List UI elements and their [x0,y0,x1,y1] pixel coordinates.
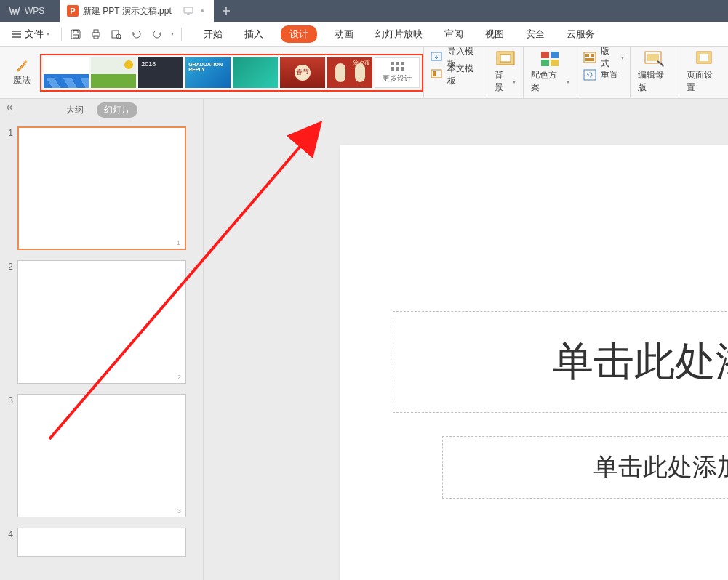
layout-button[interactable]: 版式 ▾ [583,49,624,65]
thisdoc-template-button[interactable]: 本文模板 [430,67,481,83]
slide-panel-header: 大纲 幻灯片 [0,99,203,121]
template-3-year: 2018 [141,60,156,68]
collapse-panel-button[interactable] [6,103,15,114]
svg-rect-16 [541,60,549,66]
reset-icon [583,69,596,81]
edit-master-icon [644,51,665,67]
app-logo-cell[interactable]: WPS [0,0,60,22]
new-tab-button[interactable] [214,0,239,22]
print-preview-button[interactable] [110,28,123,41]
slide-canvas[interactable]: 单击此处添 单击此处添加 [204,99,728,580]
thumbnail-row: 4 [6,528,196,557]
reset-button[interactable]: 重置 [583,67,624,83]
separator [61,28,62,41]
presentation-icon: P [67,5,79,17]
print-icon [90,28,102,40]
color-scheme-button[interactable]: 配色方案▾ [523,47,576,98]
menu-bar: 文件 ▾ ▾ 开始 插入 设计 动画 幻灯片放映 审阅 视图 安全 云服务 [0,22,728,47]
print-button[interactable] [89,28,103,41]
tab-design[interactable]: 设计 [281,25,317,43]
template-group: 导入模板 本文模板 [423,47,487,98]
background-button[interactable]: 背景▾ [487,47,523,98]
template-thumb-5[interactable] [233,57,278,88]
thumbnail-3[interactable]: 3 [17,394,186,517]
tab-animation[interactable]: 动画 [330,25,358,44]
edit-master-button[interactable]: 编辑母版 [630,47,679,98]
svg-rect-26 [700,54,708,61]
color-scheme-label: 配色方案 [531,69,564,94]
thumb-page-label: 3 [177,507,181,515]
thumbnail-row: 1 1 [6,126,196,250]
ribbon-right-groups: 导入模板 本文模板 背景▾ 配色方案▾ 版式 ▾ 重置 [423,47,728,98]
thisdoc-template-label: 本文模板 [447,63,481,87]
template-thumb-3[interactable]: 2018 [138,57,183,88]
thumbnail-number: 4 [6,528,13,539]
tab-review[interactable]: 审阅 [440,25,468,44]
slides-tab[interactable]: 幻灯片 [97,102,137,118]
presentation-mode-icon[interactable] [183,7,193,15]
app-name: WPS [25,6,44,16]
background-icon [496,51,515,67]
magic-wand-icon [15,58,29,73]
chevron-down-icon: ▾ [513,78,516,85]
grid-icon [391,62,404,71]
thumbnail-4[interactable] [17,528,186,557]
separator [181,28,182,41]
current-slide[interactable]: 单击此处添 单击此处添加 [340,145,728,580]
wps-logo-icon [9,5,20,17]
template-thumb-6[interactable]: 春节 [280,57,325,88]
thumbnail-row: 3 3 [6,394,196,517]
save-button[interactable] [69,28,82,41]
tab-view[interactable]: 视图 [481,25,508,44]
outline-tab[interactable]: 大纲 [66,104,84,116]
svg-rect-1 [71,30,80,39]
template-7-label: 除夕夜 [353,59,370,67]
template-thumb-1[interactable] [44,57,89,88]
svg-rect-17 [551,60,559,66]
thumbnail-2[interactable]: 2 [17,260,186,384]
undo-button[interactable] [130,28,143,41]
thumbnails-list[interactable]: 1 1 2 2 3 3 4 [0,121,203,580]
edit-master-label: 编辑母版 [638,69,672,94]
tab-menu-dot[interactable] [201,9,204,12]
thumbnail-row: 2 2 [6,260,196,384]
hamburger-icon [12,30,22,39]
more-designs-button[interactable]: 更多设计 [375,57,420,88]
title-placeholder[interactable]: 单击此处添 [393,311,728,413]
layout-icon [583,52,596,63]
svg-rect-5 [94,30,98,33]
redo-button[interactable] [151,28,164,41]
tab-security[interactable]: 安全 [521,25,549,44]
tab-cloud[interactable]: 云服务 [562,25,599,44]
print-preview-icon [111,28,122,40]
svg-rect-20 [591,54,594,57]
svg-rect-22 [584,70,596,80]
tab-slideshow[interactable]: 幻灯片放映 [371,25,427,44]
tab-start[interactable]: 开始 [199,25,227,44]
template-thumb-4[interactable]: GRADUATION REPLY [185,57,231,88]
layout-group: 版式 ▾ 重置 [577,47,630,98]
template-4-line2: REPLY [188,67,223,73]
svg-rect-21 [585,58,594,61]
magic-label: 魔法 [13,74,31,86]
workspace: 大纲 幻灯片 1 1 2 2 3 3 4 单击此处添 单击此处添加 [0,99,728,580]
subtitle-placeholder[interactable]: 单击此处添加 [442,436,728,499]
template-4-line1: GRADUATION [188,62,223,68]
document-tab[interactable]: P 新建 PPT 演示文稿.ppt [60,0,214,22]
thumbnail-number: 2 [6,260,13,272]
layout-label: 版式 [601,45,617,70]
qat-dropdown[interactable]: ▾ [171,31,174,37]
design-templates-gallery: 2018 GRADUATION REPLY 春节 除夕夜 更多设计 [40,54,423,92]
chevron-left-icon [6,103,15,112]
thumbnail-1[interactable]: 1 [17,126,186,250]
thumb-page-label: 1 [177,239,180,246]
page-setup-button[interactable]: 页面设置 [679,47,728,98]
ribbon-tabs: 开始 插入 设计 动画 幻灯片放映 审阅 视图 安全 云服务 [199,25,599,44]
svg-rect-3 [73,35,79,38]
template-thumb-7[interactable]: 除夕夜 [327,57,372,88]
magic-button[interactable]: 魔法 [7,58,36,86]
file-menu-button[interactable]: 文件 ▾ [7,26,54,42]
template-thumb-2[interactable] [91,57,136,88]
tab-insert[interactable]: 插入 [240,25,268,44]
page-setup-label: 页面设置 [687,69,721,94]
